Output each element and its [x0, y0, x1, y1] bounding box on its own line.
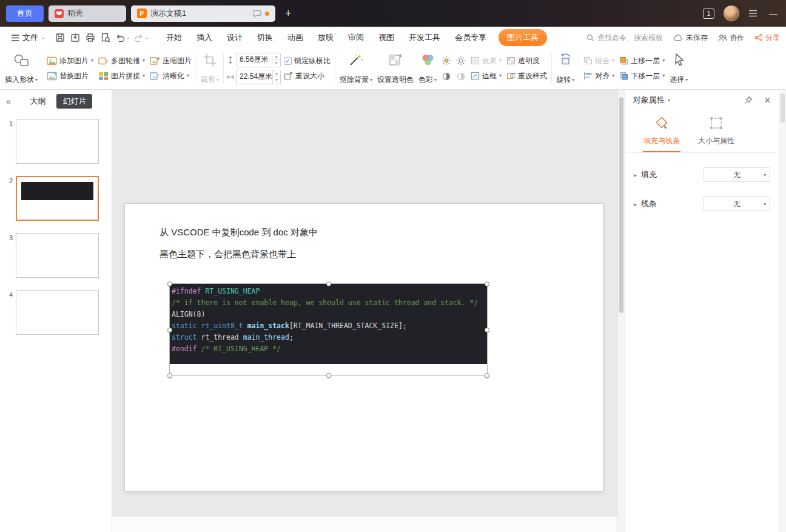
multi-picture-carousel-button[interactable]: 多图轮播 ▾ — [96, 55, 147, 67]
slide-thumbnail-4[interactable]: 4 — [5, 290, 108, 335]
docer-tab[interactable]: 稻壳 — [49, 5, 126, 22]
tab-fill-and-line[interactable]: 填充与线条 — [635, 115, 688, 152]
selection-handle-se[interactable] — [485, 373, 489, 378]
print-preview-button[interactable] — [98, 30, 113, 45]
height-stepper[interactable]: ▴▾ — [272, 53, 280, 67]
fill-select[interactable]: 无 ▾ — [704, 167, 770, 182]
chevron-down-icon: ▾ — [434, 78, 437, 82]
color-button[interactable]: 色彩▾ — [416, 50, 439, 86]
set-transparent-color-button[interactable]: 设置透明色 — [375, 50, 416, 86]
collaborate-button[interactable]: 协作 — [718, 33, 744, 43]
width-stepper[interactable]: ▴▾ — [272, 70, 280, 84]
canvas-scrollbar[interactable] — [617, 90, 625, 532]
document-tab[interactable]: P 演示文稿1 — [131, 5, 275, 22]
stepper-up-icon[interactable]: ▴ — [273, 70, 280, 78]
expand-line-icon[interactable]: ▸ — [634, 201, 637, 207]
selected-code-image[interactable]: #ifndef RT_USING_HEAP/* if there is not … — [169, 283, 488, 376]
panel-scrollbar[interactable] — [779, 90, 786, 532]
minimize-button[interactable]: — — [767, 8, 780, 18]
width-field[interactable]: 22.54厘米 ▴▾ — [236, 70, 281, 84]
menu-tab-view[interactable]: 视图 — [371, 27, 401, 49]
redo-button[interactable]: ⌄ — [132, 33, 150, 42]
tab-outline[interactable]: 大纲 — [24, 94, 52, 109]
selection-handle-sw[interactable] — [167, 373, 172, 378]
stepper-down-icon[interactable]: ▾ — [272, 60, 280, 67]
expand-fill-icon[interactable]: ▸ — [634, 172, 637, 178]
stepper-down-icon[interactable]: ▾ — [273, 77, 280, 84]
transparency-button[interactable]: 透明度 — [505, 55, 542, 67]
pin-icon[interactable] — [744, 96, 753, 104]
crop-button[interactable]: 裁剪▾ — [198, 50, 221, 86]
bring-forward-button[interactable]: 上移一层 ▾ — [617, 55, 667, 67]
save-status-button[interactable]: 未保存 — [673, 33, 708, 43]
slide-page[interactable]: 从 VSCODE 中复制code 到 doc 对象中 黑色主题下，会把黑色背景也… — [124, 203, 603, 491]
slide-text-line-1[interactable]: 从 VSCODE 中复制code 到 doc 对象中 — [160, 227, 318, 238]
search-input[interactable]: 查找命令、搜索模板 — [586, 33, 663, 43]
slide-thumbnail-1[interactable]: 1 — [5, 119, 108, 164]
selection-handle-n[interactable] — [326, 281, 331, 286]
picture-join-button[interactable]: 图片拼接 ▾ — [96, 70, 147, 82]
slide-thumbnail-2[interactable]: 2 — [5, 176, 108, 221]
replace-picture-button[interactable]: 替换图片 — [45, 70, 95, 82]
slide-canvas[interactable]: 从 VSCODE 中复制code 到 doc 对象中 黑色主题下，会把黑色背景也… — [112, 90, 617, 532]
line-select[interactable]: 无 ▾ — [704, 197, 770, 211]
tab-size-and-properties[interactable]: 大小与属性 — [690, 115, 743, 152]
window-manage-icon[interactable]: 1 — [703, 8, 714, 19]
save-button[interactable] — [53, 30, 68, 45]
close-panel-button[interactable]: ✕ — [764, 96, 771, 105]
selection-handle-nw[interactable] — [167, 281, 172, 286]
selection-handle-w[interactable] — [167, 328, 172, 332]
height-field[interactable]: 6.56厘米 ▴▾ — [236, 53, 281, 67]
new-tab-button[interactable]: + — [280, 7, 297, 20]
file-menu[interactable]: 文件 ⌄ — [6, 32, 50, 43]
slide-text-line-2[interactable]: 黑色主题下，会把黑色背景也带上 — [160, 249, 296, 260]
menu-tab-member[interactable]: 会员专享 — [448, 27, 494, 49]
increase-brightness-button[interactable] — [439, 53, 454, 69]
border-button[interactable]: 边框 ▾ — [469, 70, 503, 82]
more-menu-icon[interactable] — [748, 10, 757, 17]
tab-slides[interactable]: 幻灯片 — [56, 94, 92, 109]
increase-contrast-button[interactable] — [439, 69, 454, 84]
insert-shape-button[interactable]: 插入形状▾ — [2, 50, 40, 86]
selection-handle-ne[interactable] — [485, 281, 489, 286]
decrease-contrast-button[interactable] — [454, 69, 468, 84]
menu-tab-review[interactable]: 审阅 — [341, 27, 371, 49]
export-button[interactable] — [68, 30, 83, 45]
selection-handle-e[interactable] — [485, 328, 489, 332]
scrollbar-thumb[interactable] — [619, 97, 623, 313]
rotate-button[interactable]: 旋转▾ — [554, 50, 577, 86]
add-picture-button[interactable]: 添加图片 ▾ — [45, 55, 95, 67]
comment-icon[interactable] — [253, 10, 261, 18]
menu-tab-transition[interactable]: 切换 — [250, 27, 280, 49]
slide-thumbnail-3[interactable]: 3 — [5, 233, 108, 278]
share-button[interactable]: 分享 — [754, 33, 780, 43]
print-button[interactable] — [83, 30, 98, 45]
cutout-background-button[interactable]: 抠除背景▾ — [337, 50, 375, 86]
group-button[interactable]: 组合 ▾ — [582, 55, 616, 67]
clarify-button[interactable]: 清晰化 ▾ — [148, 70, 193, 82]
object-properties-title[interactable]: 对象属性 — [633, 95, 665, 106]
stepper-up-icon[interactable]: ▴ — [272, 53, 280, 61]
menu-tab-slideshow[interactable]: 放映 — [311, 27, 341, 49]
selection-handle-s[interactable] — [326, 373, 331, 378]
reset-style-button[interactable]: 重设样式 — [505, 70, 549, 82]
decrease-brightness-button[interactable] — [454, 53, 468, 69]
select-button[interactable]: 选择▾ — [667, 50, 690, 86]
avatar[interactable] — [724, 5, 739, 21]
menu-tab-home[interactable]: 开始 — [159, 27, 189, 49]
home-tab-button[interactable]: 首页 — [6, 5, 44, 22]
menu-tab-animation[interactable]: 动画 — [280, 27, 311, 49]
reset-size-button[interactable]: 重设大小 — [282, 70, 332, 82]
align-button[interactable]: 对齐 ▾ — [582, 70, 616, 82]
lock-aspect-ratio-checkbox[interactable]: ✓ 锁定纵横比 — [282, 55, 332, 67]
undo-button[interactable]: ⌄ — [113, 33, 132, 42]
menu-tab-devtools[interactable]: 开发工具 — [401, 27, 448, 49]
collapse-sidebar-button[interactable]: « — [6, 96, 11, 106]
menu-tab-design[interactable]: 设计 — [220, 27, 250, 49]
menu-tab-insert[interactable]: 插入 — [189, 27, 220, 49]
picture-tools-tab[interactable]: 图片工具 — [499, 29, 547, 46]
send-backward-button[interactable]: 下移一层 ▾ — [617, 70, 667, 82]
effect-button[interactable]: 效果 ▾ — [469, 55, 503, 67]
compress-picture-button[interactable]: 压缩图片 — [148, 55, 193, 67]
panel-scrollbar-thumb[interactable] — [781, 93, 785, 123]
